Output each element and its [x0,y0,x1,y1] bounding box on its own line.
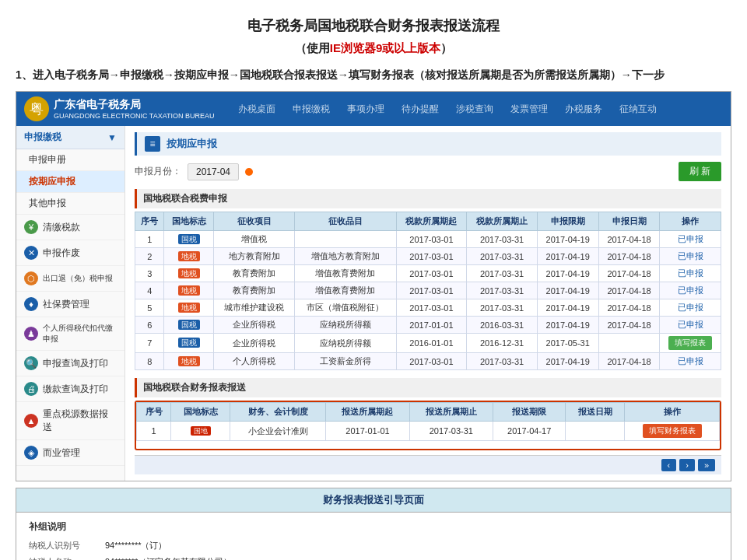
cell-to: 2017-03-31 [467,231,538,248]
nav-item-interact[interactable]: 征纳互动 [612,100,665,119]
sidebar-item-tax-clearance[interactable]: ¥ 清缴税款 [16,215,124,240]
sidebar-item-payment-query[interactable]: 🖨 缴款查询及打印 [16,376,124,402]
cell-deadline: 2017-04-19 [537,353,598,370]
cell-deadline: 2017-04-19 [537,231,598,248]
payment-query-label: 缴款查询及打印 [43,383,108,396]
nav-item-inquiry[interactable]: 涉税查询 [448,100,501,119]
table-row: 6 国税 企业所得税 应纳税所得额 2017-01-01 2016-03-31 … [135,317,721,334]
cell-project: 企业所得税 [214,334,295,353]
next-page-button[interactable]: › [679,459,695,471]
table-row: 4 地税 教育费附加 增值教育费附加 2017-03-01 2017-03-31… [135,282,721,299]
sidebar-item-business-mgmt[interactable]: ◈ 而业管理 [16,440,124,466]
cell-action: 已申报 [660,299,721,317]
nav-item-tax-report[interactable]: 申报缴税 [285,100,338,119]
sidebar-item-key-tax-data[interactable]: ▲ 重点税源数据报送 [16,402,124,440]
sidebar-item-export-tax[interactable]: ⬡ 出口退（免）税申报 [16,266,124,292]
portal-body: 申报缴税 ▼ 申报申册 按期应申报 其他申报 ¥ 清缴税款 ✕ 申报作废 ⬡ 出… [16,126,731,481]
report-void-icon: ✕ [24,246,38,260]
report-month-label: 申报月份： [135,165,181,178]
portal-logo: 粤 广东省电子税务局 GUANGDONG ELECTRONIC TAXATION… [24,96,215,121]
sidebar: 申报缴税 ▼ 申报申册 按期应申报 其他申报 ¥ 清缴税款 ✕ 申报作废 ⬡ 出… [16,126,125,481]
th2-deadline: 报送期限 [493,403,566,422]
cell-tag: 国税 [164,231,214,248]
refresh-button[interactable]: 刷 新 [679,162,721,181]
sidebar-group-label: 申报缴税 [24,131,61,144]
th-date: 申报日期 [598,212,660,231]
cell-to: 2016-12-31 [467,334,538,353]
payment-query-icon: 🖨 [24,382,38,396]
status-done: 已申报 [678,251,703,261]
prev-page-button[interactable]: ‹ [661,459,677,471]
portal-container: 粤 广东省电子税务局 GUANGDONG ELECTRONIC TAXATION… [16,91,731,481]
th-action: 操作 [660,212,721,231]
main-content: ≡ 按期应申报 申报月份： 2017-04 刷 新 国地税联合税费申报 序 [125,126,731,481]
cell-from: 2017-03-01 [396,282,467,299]
th-item: 征收品目 [295,212,396,231]
status-done: 已申报 [678,356,703,366]
fill-financial-report-button[interactable]: 填写财务报表 [643,424,702,438]
cell-action: 已申报 [660,353,721,370]
logo-icon: 粤 [24,96,49,121]
cell2-system: 小企业会计准则 [230,422,326,441]
cell-action: 已申报 [660,317,721,334]
sidebar-item-registry[interactable]: 申报申册 [16,149,124,171]
th2-date: 报送日期 [566,403,625,422]
tag-dishui: 地税 [178,268,200,278]
cell-date: 2017-04-18 [598,317,660,334]
cell-project: 城市维护建设税 [214,299,295,317]
cell-from: 2017-03-01 [396,265,467,282]
sidebar-item-report-void[interactable]: ✕ 申报作废 [16,240,124,266]
cell-seq: 4 [135,282,164,299]
cell-item: 工资薪金所得 [295,353,396,370]
cell-to: 2017-03-31 [467,353,538,370]
sidebar-item-period-report[interactable]: 按期应申报 [16,171,124,193]
cell-seq: 2 [135,248,164,265]
cell-seq: 7 [135,334,164,353]
key-tax-data-icon: ▲ [24,414,38,428]
nav-item-pending[interactable]: 待办提醒 [394,100,447,119]
sidebar-item-personal-tax[interactable]: ♟ 个人所得税代扣代缴申报 [16,317,124,351]
cell-item [295,231,396,248]
tag-dishui: 地税 [178,251,200,261]
nav-item-desktop[interactable]: 办税桌面 [230,100,283,119]
th2-tag: 国地标志 [171,403,230,422]
cell2-to: 2017-03-31 [409,422,493,441]
status-done: 已申报 [678,320,703,329]
instruction-text: 1、进入电子税务局→申报缴税→按期应申报→国地税联合报表报送→填写财务报表（核对… [0,62,747,91]
nav-item-matters[interactable]: 事项办理 [339,100,392,119]
tag-dishui: 地税 [178,303,200,313]
section-title-label: 按期应申报 [167,137,217,151]
tag-guodi: 国地 [191,426,211,436]
cell-seq: 8 [135,353,164,370]
tag-guoshui: 国税 [178,338,200,348]
status-done: 已申报 [678,268,703,278]
nav-item-service[interactable]: 办税服务 [557,100,610,119]
sidebar-item-social-insurance[interactable]: ♦ 社保费管理 [16,292,124,317]
guide-field-label: 纳税人识别号 [29,540,99,551]
table-row: 7 国税 企业所得税 应纳税所得额 2016-01-01 2016-12-31 … [135,334,721,353]
nav-item-invoice[interactable]: 发票管理 [503,100,556,119]
cell-date: 2017-04-18 [598,299,660,317]
chevron-down-icon: ▼ [107,132,117,143]
last-page-button[interactable]: » [698,459,715,471]
fill-report-button[interactable]: 填写报表 [668,336,712,350]
cell-deadline: 2017-04-19 [537,299,598,317]
th2-to: 报送所属期止 [409,403,493,422]
logo-sub: GUANGDONG ELECTRONIC TAXATION BUREAU [54,112,215,121]
cell-deadline: 2017-04-19 [537,282,598,299]
sidebar-item-other-report[interactable]: 其他申报 [16,193,124,215]
sidebar-group-title[interactable]: 申报缴税 ▼ [16,126,124,149]
cell-action: 已申报 [660,265,721,282]
cell-action: 已申报 [660,248,721,265]
report-query-label: 申报查询及打印 [43,357,108,370]
report-query-icon: 🔍 [24,356,38,370]
sidebar-item-report-query[interactable]: 🔍 申报查询及打印 [16,351,124,376]
section-icon: ≡ [145,136,160,152]
table-row: 5 地税 城市维护建设税 市区（增值税附征） 2017-03-01 2017-0… [135,299,721,317]
business-mgmt-icon: ◈ [24,446,38,460]
tag-guoshui: 国税 [178,234,200,244]
cell-tag: 地税 [164,265,214,282]
cell-from: 2017-01-01 [396,317,467,334]
cell2-tag: 国地 [171,422,230,441]
cell-deadline: 2017-04-19 [537,317,598,334]
